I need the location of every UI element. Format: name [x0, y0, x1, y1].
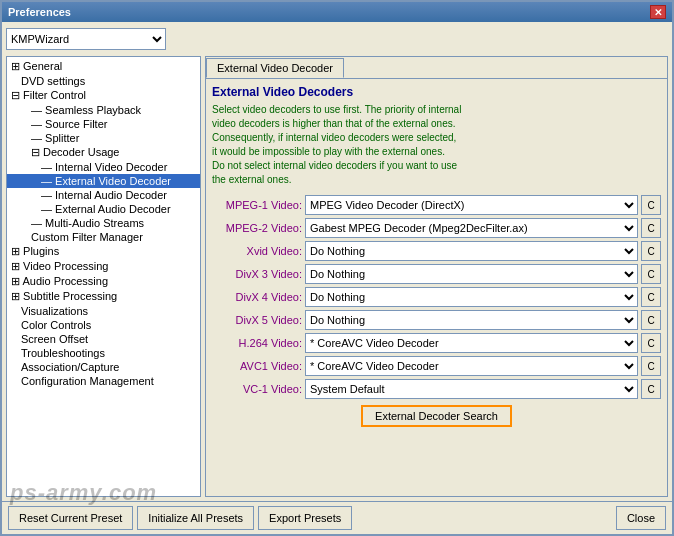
decoder-label-5: DivX 5 Video: — [212, 314, 302, 326]
title-bar: Preferences ✕ — [2, 2, 672, 22]
c-button-6[interactable]: C — [641, 333, 661, 353]
decoder-label-2: Xvid Video: — [212, 245, 302, 257]
sidebar-item-ext-video[interactable]: — External Video Decoder — [7, 174, 200, 188]
decoder-row-1: MPEG-2 Video:Gabest MPEG Decoder (Mpeg2D… — [212, 218, 661, 238]
decoder-select-1[interactable]: Gabest MPEG Decoder (Mpeg2DecFilter.ax)D… — [305, 218, 638, 238]
decoder-row-3: DivX 3 Video:Do NothingC — [212, 264, 661, 284]
decoder-label-0: MPEG-1 Video: — [212, 199, 302, 211]
tab-external-video-decoder[interactable]: External Video Decoder — [206, 58, 344, 78]
sidebar-item-general[interactable]: ⊞ General — [7, 59, 200, 74]
decoder-row-4: DivX 4 Video:Do NothingC — [212, 287, 661, 307]
decoder-rows: MPEG-1 Video:MPEG Video Decoder (DirectX… — [212, 195, 661, 399]
c-button-1[interactable]: C — [641, 218, 661, 238]
decoder-row-7: AVC1 Video:* CoreAVC Video DecoderDo Not… — [212, 356, 661, 376]
decoder-label-7: AVC1 Video: — [212, 360, 302, 372]
sidebar-item-ext-audio[interactable]: — External Audio Decoder — [7, 202, 200, 216]
decoder-select-6[interactable]: * CoreAVC Video DecoderDo Nothing — [305, 333, 638, 353]
c-button-7[interactable]: C — [641, 356, 661, 376]
decoder-label-1: MPEG-2 Video: — [212, 222, 302, 234]
tab-bar: External Video Decoder — [206, 57, 667, 79]
sidebar-item-viz[interactable]: Visualizations — [7, 304, 200, 318]
decoder-row-8: VC-1 Video:System DefaultDo NothingC — [212, 379, 661, 399]
decoder-select-0[interactable]: MPEG Video Decoder (DirectX)Do Nothing — [305, 195, 638, 215]
sidebar-item-color[interactable]: Color Controls — [7, 318, 200, 332]
sidebar-item-int-video[interactable]: — Internal Video Decoder — [7, 160, 200, 174]
watermark: ps-army.com — [10, 480, 157, 506]
panel-content: External Video Decoders Select video dec… — [206, 79, 667, 496]
decoder-select-7[interactable]: * CoreAVC Video DecoderDo Nothing — [305, 356, 638, 376]
sidebar-item-source-filter[interactable]: — Source Filter — [7, 117, 200, 131]
decoder-label-6: H.264 Video: — [212, 337, 302, 349]
decoder-label-8: VC-1 Video: — [212, 383, 302, 395]
decoder-select-4[interactable]: Do Nothing — [305, 287, 638, 307]
sidebar-item-video-proc[interactable]: ⊞ Video Processing — [7, 259, 200, 274]
c-button-4[interactable]: C — [641, 287, 661, 307]
decoder-label-4: DivX 4 Video: — [212, 291, 302, 303]
sidebar-item-assoc[interactable]: Association/Capture — [7, 360, 200, 374]
decoder-row-2: Xvid Video:Do NothingC — [212, 241, 661, 261]
export-presets-button[interactable]: Export Presets — [258, 506, 352, 530]
content-area: ⊞ General DVD settings⊟ Filter Control— … — [6, 56, 668, 497]
sidebar: ⊞ General DVD settings⊟ Filter Control— … — [6, 56, 201, 497]
sidebar-item-int-audio[interactable]: — Internal Audio Decoder — [7, 188, 200, 202]
sidebar-item-config-mgmt[interactable]: Configuration Management — [7, 374, 200, 388]
sidebar-item-plugins[interactable]: ⊞ Plugins — [7, 244, 200, 259]
init-presets-button[interactable]: Initialize All Presets — [137, 506, 254, 530]
info-box: Select video decoders to use first. The … — [212, 103, 661, 187]
decoder-label-3: DivX 3 Video: — [212, 268, 302, 280]
sidebar-item-subtitle[interactable]: ⊞ Subtitle Processing — [7, 289, 200, 304]
decoder-row-5: DivX 5 Video:Do NothingC — [212, 310, 661, 330]
sidebar-item-multi-audio[interactable]: — Multi-Audio Streams — [7, 216, 200, 230]
c-button-2[interactable]: C — [641, 241, 661, 261]
decoder-select-3[interactable]: Do Nothing — [305, 264, 638, 284]
sidebar-item-custom-filter[interactable]: Custom Filter Manager — [7, 230, 200, 244]
decoder-row-6: H.264 Video:* CoreAVC Video DecoderDo No… — [212, 333, 661, 353]
sidebar-item-decoder-usage[interactable]: ⊟ Decoder Usage — [7, 145, 200, 160]
decoder-select-8[interactable]: System DefaultDo Nothing — [305, 379, 638, 399]
sidebar-item-dvd[interactable]: DVD settings — [7, 74, 200, 88]
profile-select[interactable]: KMPWizard — [6, 28, 166, 50]
sidebar-item-screen-offset[interactable]: Screen Offset — [7, 332, 200, 346]
sidebar-item-filter-control[interactable]: ⊟ Filter Control — [7, 88, 200, 103]
decoder-select-5[interactable]: Do Nothing — [305, 310, 638, 330]
section-title: External Video Decoders — [212, 85, 661, 99]
sidebar-item-splitter[interactable]: — Splitter — [7, 131, 200, 145]
external-decoder-search-button[interactable]: External Decoder Search — [361, 405, 512, 427]
decoder-select-2[interactable]: Do Nothing — [305, 241, 638, 261]
right-panel: External Video Decoder External Video De… — [205, 56, 668, 497]
c-button-8[interactable]: C — [641, 379, 661, 399]
sidebar-item-seamless[interactable]: — Seamless Playback — [7, 103, 200, 117]
sidebar-item-trouble[interactable]: Troubleshootings — [7, 346, 200, 360]
c-button-3[interactable]: C — [641, 264, 661, 284]
c-button-5[interactable]: C — [641, 310, 661, 330]
bottom-buttons-left: Reset Current Preset Initialize All Pres… — [8, 506, 352, 530]
preferences-window: Preferences ✕ KMPWizard ⊞ General DVD se… — [0, 0, 674, 536]
window-title: Preferences — [8, 6, 71, 18]
top-bar: KMPWizard — [6, 26, 668, 52]
close-icon[interactable]: ✕ — [650, 5, 666, 19]
decoder-row-0: MPEG-1 Video:MPEG Video Decoder (DirectX… — [212, 195, 661, 215]
c-button-0[interactable]: C — [641, 195, 661, 215]
reset-preset-button[interactable]: Reset Current Preset — [8, 506, 133, 530]
sidebar-item-audio-proc[interactable]: ⊞ Audio Processing — [7, 274, 200, 289]
main-content: KMPWizard ⊞ General DVD settings⊟ Filter… — [2, 22, 672, 501]
close-button[interactable]: Close — [616, 506, 666, 530]
